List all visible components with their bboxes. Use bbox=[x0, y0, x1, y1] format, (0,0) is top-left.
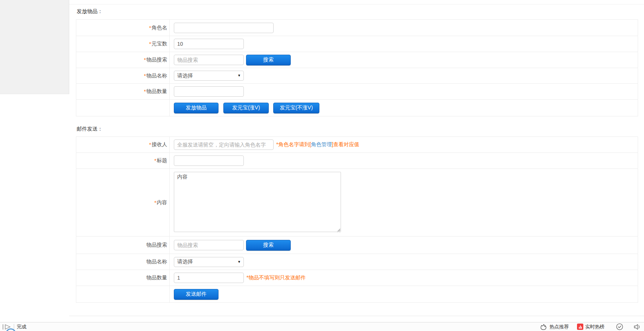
receiver-label: * 接收人 bbox=[76, 137, 170, 152]
row-yuanbao: * 元宝数 bbox=[76, 36, 638, 52]
shield-check-icon[interactable] bbox=[616, 323, 624, 331]
select-arrow-icon: ▼ bbox=[237, 74, 241, 77]
required-mark: * bbox=[149, 142, 151, 148]
required-mark: * bbox=[144, 73, 146, 79]
select-arrow-icon: ▼ bbox=[237, 260, 241, 264]
receiver-input[interactable] bbox=[174, 139, 274, 150]
send-mail-button[interactable]: 发送邮件 bbox=[174, 289, 219, 300]
item-search-button[interactable]: 搜索 bbox=[246, 55, 291, 65]
required-mark: * bbox=[154, 200, 156, 206]
required-mark: * bbox=[149, 41, 151, 47]
empty-label bbox=[76, 286, 170, 302]
speaker-icon[interactable] bbox=[633, 324, 641, 330]
hot-recommend-link[interactable]: 热点推荐 bbox=[539, 324, 569, 330]
row-mail-item-count: 物品数量 *物品不填写则只发送邮件 bbox=[76, 270, 638, 286]
row-item-count: * 物品数量 bbox=[76, 84, 638, 100]
status-bar-right: 热点推荐 实时热榜 bbox=[539, 323, 641, 331]
required-mark: * bbox=[149, 25, 151, 31]
required-mark: * bbox=[154, 158, 156, 164]
row-role-name: * 角色名 bbox=[76, 20, 638, 36]
required-mark: * bbox=[144, 57, 146, 63]
role-name-label: * 角色名 bbox=[76, 20, 170, 36]
yuanbao-input[interactable] bbox=[174, 39, 244, 49]
left-sidebar bbox=[0, 0, 69, 94]
status-bar-left: 完成 bbox=[2, 324, 26, 330]
send-mail-section-title: 邮件发送： bbox=[77, 125, 103, 132]
mail-item-search-label: 物品搜索 bbox=[76, 237, 170, 254]
role-manage-link[interactable]: 角色管理 bbox=[311, 141, 332, 147]
mail-item-name-select[interactable]: 请选择 ▼ bbox=[174, 257, 244, 267]
row-item-search: * 物品搜索 搜索 bbox=[76, 52, 638, 68]
page: { "ui": { "required_mark": "*", "select_… bbox=[0, 0, 644, 331]
row-item-name: * 物品名称 请选择 ▼ bbox=[76, 68, 638, 84]
item-name-select[interactable]: 请选择 ▼ bbox=[174, 71, 244, 81]
row-mail-item-search: 物品搜索 搜索 bbox=[76, 237, 638, 254]
item-count-label: * 物品数量 bbox=[76, 84, 170, 99]
give-item-button[interactable]: 发放物品 bbox=[174, 103, 219, 113]
content-label: * 内容 bbox=[76, 169, 170, 236]
subject-input[interactable] bbox=[174, 155, 244, 166]
status-text: 完成 bbox=[17, 324, 26, 330]
mail-item-count-input[interactable] bbox=[174, 273, 244, 283]
row-give-buttons: 发放物品 发元宝(涨V) 发元宝(不涨V) bbox=[76, 100, 638, 116]
realtime-hot-link[interactable]: 实时热榜 bbox=[577, 324, 605, 330]
status-separator bbox=[14, 324, 14, 330]
status-bar: 完成 热点推荐 实时热榜 bbox=[0, 322, 644, 331]
give-yuanbao-novip-button[interactable]: 发元宝(不涨V) bbox=[273, 103, 319, 113]
row-receiver: * 接收人 *角色名字请到[角色管理]查看对应值 bbox=[76, 137, 638, 153]
row-send-mail-button: 发送邮件 bbox=[76, 286, 638, 303]
top-divider-line bbox=[69, 4, 644, 4]
empty-label bbox=[76, 100, 170, 116]
give-items-form: * 角色名 * 元宝数 * 物品搜索 搜索 * 物品名称 bbox=[76, 19, 638, 116]
flame-icon bbox=[539, 324, 548, 330]
yuanbao-label: * 元宝数 bbox=[76, 36, 170, 52]
item-count-input[interactable] bbox=[174, 86, 244, 97]
required-mark: * bbox=[144, 89, 146, 94]
row-subject: * 标题 bbox=[76, 153, 638, 169]
item-search-input[interactable] bbox=[174, 55, 244, 65]
give-items-section-title: 发放物品： bbox=[77, 8, 103, 15]
mail-item-name-label: 物品名称 bbox=[76, 254, 170, 270]
mail-item-count-hint: *物品不填写则只发送邮件 bbox=[246, 274, 306, 281]
row-content: * 内容 内容 bbox=[76, 169, 638, 237]
give-yuanbao-vip-button[interactable]: 发元宝(涨V) bbox=[223, 103, 269, 113]
role-name-input[interactable] bbox=[174, 23, 274, 33]
row-mail-item-name: 物品名称 请选择 ▼ bbox=[76, 254, 638, 270]
bar-chart-icon bbox=[577, 324, 583, 330]
mail-item-search-button[interactable]: 搜索 bbox=[246, 240, 291, 251]
send-mail-form: * 接收人 *角色名字请到[角色管理]查看对应值 * 标题 * 内容 内容 bbox=[76, 136, 638, 303]
subject-label: * 标题 bbox=[76, 153, 170, 168]
item-search-label: * 物品搜索 bbox=[76, 52, 170, 68]
bottom-divider-line bbox=[69, 316, 644, 316]
mail-item-count-label: 物品数量 bbox=[76, 270, 170, 286]
item-name-label: * 物品名称 bbox=[76, 68, 170, 83]
mail-item-search-input[interactable] bbox=[174, 240, 244, 250]
receiver-hint: *角色名字请到[角色管理]查看对应值 bbox=[276, 141, 359, 148]
content-textarea[interactable]: 内容 bbox=[174, 172, 341, 232]
